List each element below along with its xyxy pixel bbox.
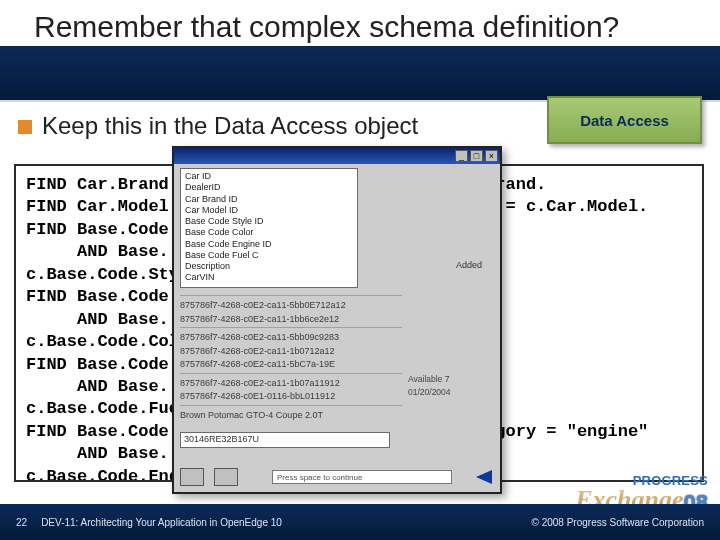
field-listbox[interactable]: Car IDDealerIDCar Brand IDCar Model IDBa… bbox=[180, 168, 358, 288]
schema-popup-window: _ □ × Car IDDealerIDCar Brand IDCar Mode… bbox=[172, 146, 502, 494]
popup-btn-next[interactable] bbox=[214, 468, 238, 486]
page-number: 22 bbox=[16, 517, 27, 528]
field-item[interactable]: Car ID bbox=[185, 171, 353, 182]
id-row: 875786f7-4268-c0E1-0116-bbL011912 bbox=[180, 390, 402, 404]
session-title: DEV-11: Architecting Your Application in… bbox=[41, 517, 282, 528]
field-item[interactable]: Base Code Style ID bbox=[185, 216, 353, 227]
maximize-button[interactable]: □ bbox=[470, 150, 483, 162]
footer-right: © 2008 Progress Software Corporation bbox=[532, 517, 704, 528]
id-row: 875786f7-4268-c0E2-ca11-1bb6ce2e12 bbox=[180, 313, 402, 327]
field-item[interactable]: DealerID bbox=[185, 182, 353, 193]
bullet-marker bbox=[18, 120, 32, 134]
added-label: Added bbox=[456, 260, 482, 270]
vin-field[interactable]: 30146RE32B167U bbox=[180, 432, 390, 448]
play-icon[interactable] bbox=[476, 470, 492, 484]
popup-button-row bbox=[180, 468, 238, 486]
separator bbox=[180, 373, 402, 374]
footer-left: 22 DEV-11: Architecting Your Application… bbox=[16, 517, 282, 528]
separator bbox=[180, 405, 402, 406]
date-label: 01/20/2004 bbox=[408, 387, 451, 397]
separator bbox=[180, 327, 402, 328]
data-access-label: Data Access bbox=[580, 112, 669, 129]
popup-titlebar: _ □ × bbox=[174, 148, 500, 164]
copyright: © 2008 Progress Software Corporation bbox=[532, 517, 704, 528]
id-row: 875786f7-4268-c0E2-ca11-1b0712a12 bbox=[180, 345, 402, 359]
id-list: 875786f7-4268-c0E2-ca11-5bb0E712a1287578… bbox=[180, 294, 402, 414]
slide-footer: 22 DEV-11: Architecting Your Application… bbox=[0, 504, 720, 540]
field-item[interactable]: Car Model ID bbox=[185, 205, 353, 216]
separator bbox=[180, 295, 402, 296]
detail-side-labels: Available 7 01/20/2004 bbox=[408, 374, 451, 400]
field-item[interactable]: Base Code Color bbox=[185, 227, 353, 238]
id-row: 875786f7-4268-c0E2-ca11-5bb09c9283 bbox=[180, 331, 402, 345]
bullet-row: Keep this in the Data Access object bbox=[18, 112, 518, 140]
vin-value: 30146RE32B167U bbox=[184, 434, 259, 444]
field-item[interactable]: Base Code Fuel C bbox=[185, 250, 353, 261]
title-band bbox=[0, 46, 720, 100]
id-row: 875786f7-4268-c0E2-ca11-5bC7a-19E bbox=[180, 358, 402, 372]
status-bar: Press space to continue bbox=[272, 470, 452, 484]
close-button[interactable]: × bbox=[485, 150, 498, 162]
field-item[interactable]: Base Code Engine ID bbox=[185, 239, 353, 250]
bullet-text: Keep this in the Data Access object bbox=[42, 112, 418, 140]
slide-title: Remember that complex schema definition? bbox=[34, 10, 694, 44]
status-text: Press space to continue bbox=[277, 473, 362, 482]
available-label: Available 7 bbox=[408, 374, 451, 384]
slide: Remember that complex schema definition?… bbox=[0, 0, 720, 540]
id-row: 875786f7-4268-c0E2-ca11-5bb0E712a12 bbox=[180, 299, 402, 313]
popup-btn-prev[interactable] bbox=[180, 468, 204, 486]
popup-body: Car IDDealerIDCar Brand IDCar Model IDBa… bbox=[174, 164, 500, 492]
minimize-button[interactable]: _ bbox=[455, 150, 468, 162]
field-item[interactable]: Car Brand ID bbox=[185, 194, 353, 205]
item-detail-row: Brown Potomac GTO-4 Coupe 2.0T bbox=[180, 409, 402, 423]
field-item[interactable]: CarVIN bbox=[185, 272, 353, 283]
id-row: 875786f7-4268-c0E2-ca11-1b07a11912 bbox=[180, 377, 402, 391]
field-item[interactable]: Description bbox=[185, 261, 353, 272]
data-access-box: Data Access bbox=[547, 96, 702, 144]
